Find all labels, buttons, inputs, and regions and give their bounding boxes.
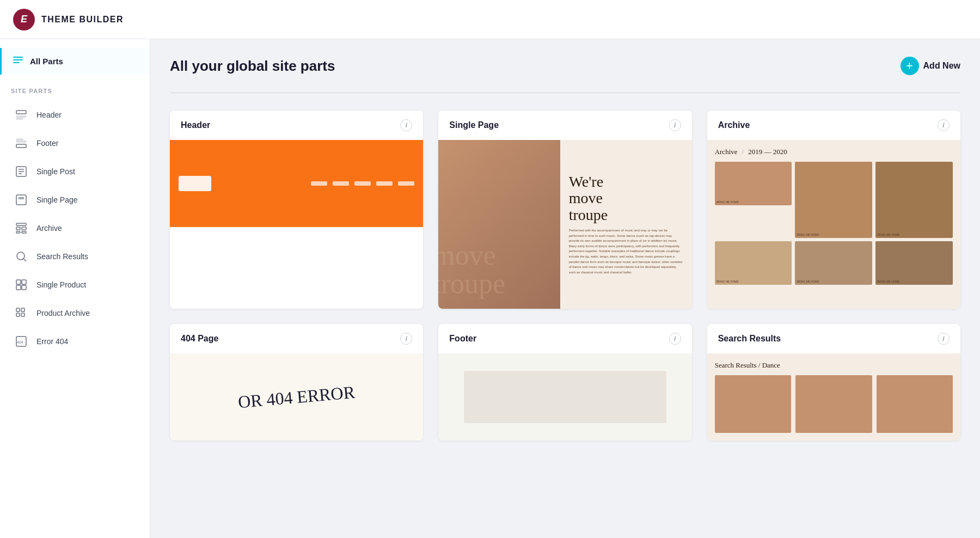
- content-area: All your global site parts + Add New Hea…: [150, 39, 980, 538]
- card-header-preview: [170, 140, 423, 227]
- preview-404-text: OR 404 ERROR: [237, 382, 356, 412]
- card-search-results-bar: Search Results i: [707, 324, 960, 353]
- svg-rect-4: [16, 116, 26, 117]
- card-header-info-btn[interactable]: i: [400, 119, 412, 131]
- sp-left-image: movetroupe: [438, 140, 560, 309]
- card-footer-bar: Footer i: [438, 324, 691, 353]
- plus-circle-icon: +: [901, 57, 919, 75]
- svg-text:404: 404: [17, 340, 23, 344]
- error-404-icon: 404: [13, 333, 30, 350]
- sidebar-item-single-page[interactable]: Single Page: [0, 186, 150, 214]
- sidebar-item-product-archive[interactable]: Product Archive: [0, 299, 150, 327]
- card-search-results-preview: Search Results / Dance: [707, 353, 960, 441]
- card-search-results-info-btn[interactable]: i: [938, 333, 950, 345]
- archive-item-1: BRING ME HOME: [715, 162, 792, 205]
- card-archive-title: Archive: [718, 120, 750, 130]
- search-col-1: [715, 375, 791, 433]
- add-new-button[interactable]: + Add New: [901, 57, 960, 75]
- search-preview-body: [715, 375, 953, 433]
- archive-icon: [13, 219, 30, 237]
- card-single-page-info-btn[interactable]: i: [669, 119, 681, 131]
- footer-icon: [13, 134, 30, 152]
- header-preview-nav: [311, 181, 414, 186]
- archive-item-6-label: BRING ME HOME: [877, 280, 899, 283]
- svg-rect-27: [21, 308, 24, 311]
- search-preview-title: Search Results / Dance: [715, 361, 953, 370]
- svg-rect-26: [16, 308, 20, 311]
- product-archive-icon: [13, 304, 30, 322]
- single-page-icon: [13, 191, 30, 209]
- archive-item-6: BRING ME HOME: [875, 241, 953, 285]
- app-title: THEME BUILDER: [41, 15, 124, 25]
- svg-rect-24: [16, 285, 21, 290]
- content-header: All your global site parts + Add New: [170, 57, 960, 75]
- svg-rect-7: [16, 141, 26, 142]
- card-404-bar: 404 Page i: [170, 324, 423, 353]
- card-search-results[interactable]: Search Results i Search Results / Dance: [707, 324, 960, 441]
- sidebar-item-search-results[interactable]: Search Results: [0, 242, 150, 271]
- sidebar-item-error-404[interactable]: 404 Error 404: [0, 327, 150, 356]
- search-col-3: [877, 375, 953, 433]
- card-404-preview: OR 404 ERROR: [170, 353, 423, 441]
- sidebar-footer-label: Footer: [36, 139, 58, 148]
- sidebar-item-header[interactable]: Header: [0, 101, 150, 129]
- card-archive-info-btn[interactable]: i: [938, 119, 950, 131]
- svg-rect-3: [16, 111, 26, 114]
- svg-rect-13: [16, 195, 26, 205]
- header-preview-bar: [170, 140, 423, 227]
- archive-item-5-label: BRING ME HOME: [797, 280, 819, 283]
- card-footer-title: Footer: [449, 334, 476, 344]
- single-page-preview: movetroupe We'removetroupe Performed wit…: [438, 140, 691, 309]
- header-preview-logo: [179, 176, 211, 191]
- svg-rect-19: [22, 231, 26, 233]
- svg-rect-25: [22, 285, 26, 290]
- card-header-bar: Header i: [170, 111, 423, 140]
- archive-item-4: BRING ME HOME: [715, 241, 792, 285]
- svg-line-21: [23, 259, 26, 261]
- card-header[interactable]: Header i: [170, 111, 423, 309]
- card-footer[interactable]: Footer i: [438, 324, 691, 441]
- sp-right-content: We'removetroupe Performed with the accom…: [560, 140, 692, 309]
- svg-rect-18: [16, 231, 20, 233]
- card-404-page[interactable]: 404 Page i OR 404 ERROR: [170, 324, 423, 441]
- svg-rect-15: [16, 223, 26, 225]
- header-icon: [13, 106, 30, 124]
- sp-title-text: We'removetroupe: [569, 174, 683, 224]
- nav-item-2: [333, 181, 349, 186]
- header-divider: [170, 93, 960, 93]
- archive-item-5: BRING ME HOME: [795, 241, 872, 285]
- card-404-info-btn[interactable]: i: [400, 333, 412, 345]
- add-new-label: Add New: [923, 61, 960, 71]
- main-layout: All Parts SITE PARTS Header Footer Singl…: [0, 39, 980, 538]
- footer-inner-block: [464, 371, 666, 423]
- all-parts-label: All Parts: [30, 57, 63, 66]
- cards-grid: Header i: [170, 111, 960, 441]
- single-product-icon: [13, 276, 30, 294]
- sidebar-product-archive-label: Product Archive: [36, 309, 90, 317]
- search-col-2: [795, 375, 872, 433]
- sidebar-item-single-post[interactable]: Single Post: [0, 157, 150, 186]
- sidebar-item-footer[interactable]: Footer: [0, 129, 150, 157]
- archive-item-2-label: BRING ME HOME: [797, 233, 819, 236]
- sidebar-item-single-product[interactable]: Single Product: [0, 271, 150, 299]
- sidebar-error-404-label: Error 404: [36, 337, 68, 346]
- single-post-icon: [13, 163, 30, 180]
- archive-item-3-label: BRING ME HOME: [877, 233, 899, 236]
- card-archive[interactable]: Archive i Archive / 2019 — 2020 BRING ME…: [707, 111, 960, 309]
- sidebar-single-page-label: Single Page: [36, 195, 78, 204]
- all-parts-icon: [13, 54, 23, 68]
- card-header-title: Header: [181, 120, 210, 130]
- card-archive-preview: Archive / 2019 — 2020 BRING ME HOME BRIN…: [707, 140, 960, 309]
- archive-preview: Archive / 2019 — 2020 BRING ME HOME BRIN…: [707, 140, 960, 309]
- preview-search: Search Results / Dance: [707, 353, 960, 441]
- preview-footer: [438, 353, 691, 441]
- card-single-page[interactable]: Single Page i movetroupe We'removetroupe…: [438, 111, 691, 309]
- card-single-page-title: Single Page: [449, 120, 499, 130]
- sp-body-text: Performed with the accompaniment of musi…: [569, 228, 683, 275]
- sidebar-item-archive[interactable]: Archive: [0, 214, 150, 242]
- sidebar-search-results-label: Search Results: [36, 252, 88, 261]
- card-footer-info-btn[interactable]: i: [669, 333, 681, 345]
- sidebar-all-parts[interactable]: All Parts: [0, 48, 150, 75]
- svg-rect-17: [22, 227, 26, 230]
- svg-rect-23: [22, 280, 26, 284]
